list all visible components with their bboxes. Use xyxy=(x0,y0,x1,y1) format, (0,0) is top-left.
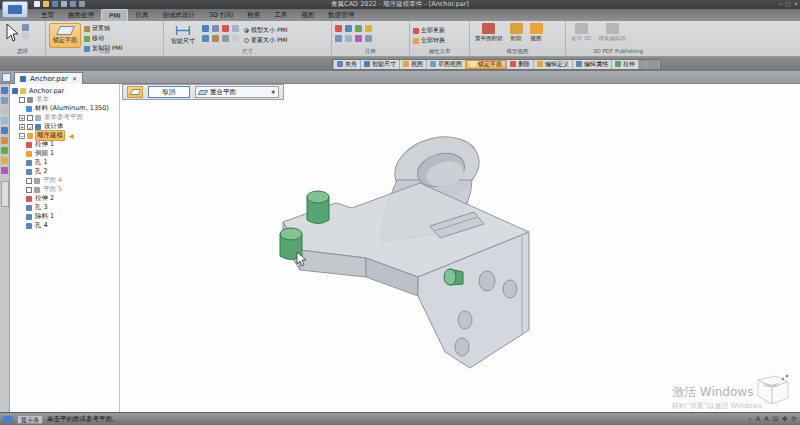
angle-between-icon[interactable] xyxy=(212,25,219,32)
model-size-pmi-option[interactable]: 模型大小 PMI xyxy=(244,26,287,35)
cancel-button[interactable]: 取消 xyxy=(148,86,190,98)
close-button[interactable]: ✕ xyxy=(793,0,798,9)
tree-item[interactable]: 倒圆 1 xyxy=(10,149,119,158)
tree-item[interactable]: 平面 4 xyxy=(10,176,119,185)
hole-4[interactable] xyxy=(455,338,469,356)
hole-1[interactable] xyxy=(479,271,495,291)
plane-command-button[interactable] xyxy=(127,86,143,98)
ribbon-tab-3D 打印[interactable]: 3D 打印 xyxy=(202,9,240,21)
ribbon-tab-仿真[interactable]: 仿真 xyxy=(128,9,155,21)
tree-item[interactable]: 拉伸 2 xyxy=(10,194,119,203)
expander-icon[interactable]: + xyxy=(19,124,25,130)
tree-item[interactable]: 基本 xyxy=(10,95,119,104)
balloon-icon[interactable] xyxy=(345,25,352,32)
tree-item[interactable]: 孔 4 xyxy=(10,221,119,230)
edit-dimension-icon[interactable] xyxy=(202,35,209,42)
playback-tab-icon[interactable] xyxy=(1,137,8,144)
pathfinder-tab-icon[interactable] xyxy=(1,87,8,94)
library-tab-icon[interactable] xyxy=(1,97,8,104)
visibility-checkbox[interactable] xyxy=(26,178,32,184)
maximize-button[interactable]: □ xyxy=(785,0,790,9)
ribbon-tab-主页[interactable]: 主页 xyxy=(34,9,61,21)
text-size-small-icon[interactable]: A xyxy=(756,415,760,423)
rotate-view-icon[interactable]: ⟳ xyxy=(792,415,797,423)
element-size-pmi-option[interactable]: 要素大小 PMI xyxy=(244,36,287,45)
tree-item[interactable]: 拉伸 1 xyxy=(10,140,119,149)
lock-plane-button[interactable]: 锁定平面 xyxy=(49,23,81,48)
update-all-button[interactable]: 全部更新 xyxy=(413,26,445,35)
publish-3d-button[interactable]: 发布 3D xyxy=(569,23,593,42)
quickbar-item-删除[interactable]: 删除 xyxy=(507,60,533,69)
document-tab-close-icon[interactable]: ✕ xyxy=(72,75,77,82)
green-plug-face[interactable] xyxy=(444,269,456,285)
quickbar-item-编辑定义[interactable]: 编辑定义 xyxy=(534,60,572,69)
template-editor-button[interactable]: 模板编辑器 xyxy=(596,23,628,42)
feature-callout-icon[interactable] xyxy=(345,35,352,42)
edgebar-active-tab[interactable] xyxy=(1,181,9,207)
tree-item[interactable]: 孔 1 xyxy=(10,158,119,167)
datum-frame-icon[interactable] xyxy=(355,35,362,42)
text-size-large-icon[interactable]: A xyxy=(764,415,768,423)
leader-icon[interactable] xyxy=(335,25,342,32)
smart-dimension-button[interactable]: 智能尺寸 xyxy=(167,23,199,48)
visibility-checkbox[interactable]: ✓ xyxy=(27,124,33,130)
dimension-style-icon[interactable] xyxy=(212,35,219,42)
tree-item[interactable]: 平面 5 xyxy=(10,185,119,194)
document-tab[interactable]: Anchor.par ✕ xyxy=(14,72,83,84)
minimize-button[interactable]: ─ xyxy=(779,0,782,9)
simulate-tab-icon[interactable] xyxy=(1,147,8,154)
quickbar-item[interactable] xyxy=(639,60,659,69)
tree-item[interactable]: 除料 1 xyxy=(10,212,119,221)
visibility-checkbox[interactable] xyxy=(19,97,25,103)
hole-3[interactable] xyxy=(458,311,472,329)
ribbon-tab-PMI[interactable]: PMI xyxy=(101,9,128,21)
ribbon-tab-曲面处理[interactable]: 曲面处理 xyxy=(61,9,101,21)
section-by-plane-button[interactable]: 按平面剖切 xyxy=(473,23,505,42)
view-button[interactable]: 视图 xyxy=(528,23,545,42)
docking-window-icon[interactable] xyxy=(2,73,11,82)
quickbar-item-锁定平面[interactable]: 锁定平面 xyxy=(466,60,506,69)
color-manager-tab-icon[interactable] xyxy=(1,167,8,174)
pan-icon[interactable]: ✥ xyxy=(782,415,787,423)
tree-item[interactable]: 孔 3 xyxy=(10,203,119,212)
lasso-select-icon[interactable] xyxy=(22,32,29,39)
application-button[interactable] xyxy=(2,1,28,18)
annotation-more-icon[interactable] xyxy=(365,35,372,42)
select-cursor-icon[interactable] xyxy=(3,23,19,45)
tree-item[interactable]: +基本参考平面 xyxy=(10,113,119,122)
set-axis-button[interactable]: 设置轴 xyxy=(84,24,122,33)
command-finder-icon[interactable]: ⌕ xyxy=(748,415,752,423)
model-canvas[interactable] xyxy=(120,84,800,412)
coordinate-dimension-icon[interactable] xyxy=(222,25,229,32)
select-options-icon[interactable] xyxy=(22,24,29,31)
dimension-more-icon[interactable] xyxy=(232,35,239,42)
green-cylinder-2-top[interactable] xyxy=(280,228,302,240)
surface-texture-icon[interactable] xyxy=(355,25,362,32)
quickbar-item-视图[interactable]: 视图 xyxy=(400,60,426,69)
ribbon-tab-视图[interactable]: 视图 xyxy=(294,9,321,21)
green-cylinder-1-top[interactable] xyxy=(307,191,329,203)
tree-item[interactable]: Anchor.par xyxy=(10,86,119,95)
convert-all-button[interactable]: 全部转换 xyxy=(413,36,445,45)
expander-icon[interactable]: + xyxy=(19,115,25,121)
quickbar-item-编辑属性[interactable]: 编辑属性 xyxy=(573,60,611,69)
ribbon-tab-创成式设计[interactable]: 创成式设计 xyxy=(155,9,202,21)
section-button[interactable]: 剖切 xyxy=(508,23,525,42)
keypoints-tab-icon[interactable] xyxy=(1,157,8,164)
fit-view-icon[interactable]: ⊡ xyxy=(773,415,778,423)
expander-icon[interactable]: − xyxy=(19,133,25,139)
edge-condition-icon[interactable] xyxy=(335,35,342,42)
tree-item[interactable]: −顺序建模◀ xyxy=(10,131,119,140)
family-tab-icon[interactable] xyxy=(1,107,8,114)
ribbon-tab-检查[interactable]: 检查 xyxy=(240,9,267,21)
quickbar-item-草图视图[interactable]: 草图视图 xyxy=(427,60,465,69)
visibility-checkbox[interactable] xyxy=(26,187,32,193)
tree-item[interactable]: 材料 (Aluminum, 1350) xyxy=(10,104,119,113)
plane-type-dropdown[interactable]: 重合平面 ▼ xyxy=(195,86,279,98)
symmetric-diameter-icon[interactable] xyxy=(232,25,239,32)
hole-2[interactable] xyxy=(503,280,517,298)
weld-symbol-icon[interactable] xyxy=(365,25,372,32)
dimension-axis-icon[interactable] xyxy=(222,35,229,42)
visibility-checkbox[interactable] xyxy=(27,115,33,121)
quickbar-item-拉伸[interactable]: 拉伸 xyxy=(612,60,638,69)
